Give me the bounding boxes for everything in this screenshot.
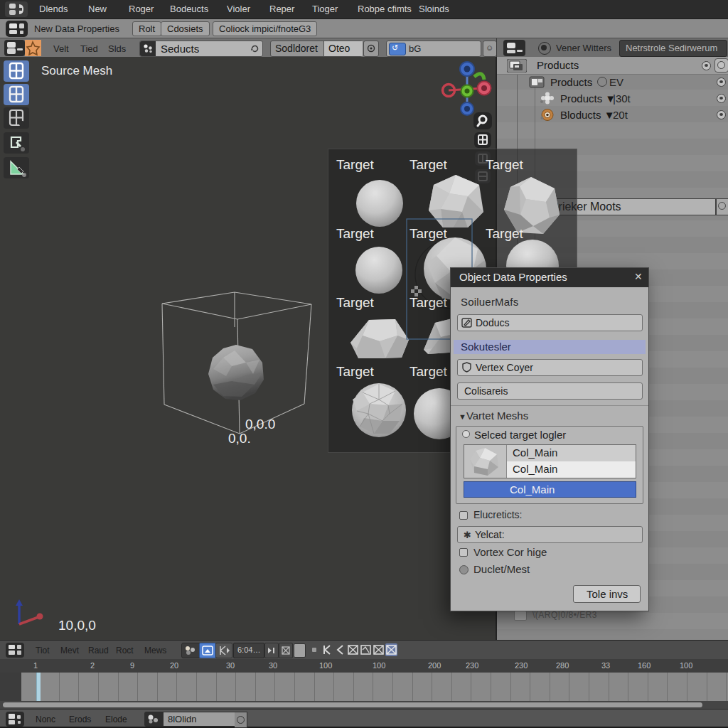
svg-text:0,0.: 0,0. (228, 431, 251, 446)
svg-text:0,0.0: 0,0.0 (245, 417, 275, 432)
svg-text:10,0,0: 10,0,0 (58, 618, 96, 633)
